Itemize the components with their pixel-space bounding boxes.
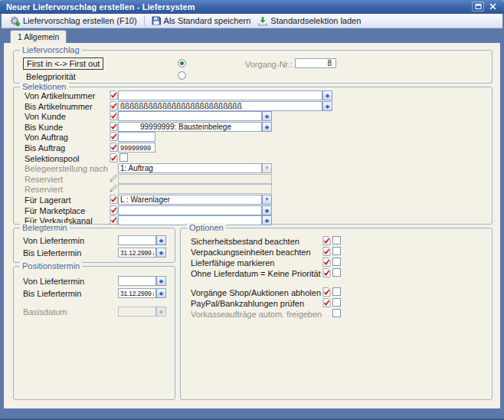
positionstermin-von-lookup-button[interactable]: ◆ [156, 276, 166, 286]
selection-check-icon[interactable] [322, 247, 331, 256]
save-floppy-icon [152, 16, 161, 25]
option-checkbox-sicherheitsbestand[interactable] [332, 236, 341, 244]
fuer-lagerart-dropdown-button[interactable]: ▼ [262, 195, 272, 205]
von-artikelnummer-label: Von Artikelnummer [25, 91, 95, 100]
von-auftrag-label: Von Auftrag [25, 133, 68, 142]
group-liefervorschlag: Liefervorschlag First in <-> First out B… [13, 50, 493, 84]
belegtermin-von-field[interactable] [118, 235, 156, 245]
dialog-window: Neuer Liefervorschlag erstellen - Liefer… [0, 0, 504, 420]
belegtermin-bis-lookup-button[interactable]: ◆ [156, 248, 166, 258]
selection-check-icon[interactable] [110, 122, 118, 131]
group-optionen: Optionen Sicherheitsbestand beachten Ver… [180, 228, 493, 400]
group-positionstermin: Positionstermin Von Liefertermin ◆ Bis L… [13, 266, 175, 400]
group-title: Optionen [187, 223, 226, 232]
form-content: Liefervorschlag First in <-> First out B… [4, 43, 500, 409]
group-title: Positionstermin [20, 261, 82, 271]
bis-liefertermin-label: Bis Liefertermin [23, 289, 81, 298]
vorgang-nr-field[interactable] [295, 58, 336, 68]
von-liefertermin-label: Von Liefertermin [23, 236, 84, 245]
radio-first-in-first-out[interactable] [178, 59, 186, 67]
von-artikelnummer-field[interactable] [118, 90, 322, 100]
selection-check-icon[interactable] [110, 143, 118, 152]
close-icon [489, 3, 496, 10]
option-label-paypal: PayPal/Bankzahlungen prüfen [191, 299, 304, 308]
create-gear-icon [10, 16, 20, 26]
option-checkbox-paypal[interactable] [332, 298, 341, 307]
toolbar-button-label: Als Standard speichern [164, 16, 251, 25]
selection-check-icon[interactable] [110, 111, 118, 120]
option-checkbox-lieferfaehige[interactable] [332, 258, 341, 266]
option-label-verpackungseinheiten: Verpackungseinheiten beachten [191, 248, 311, 257]
radio-belegprioritaet[interactable] [178, 71, 186, 80]
positionstermin-bis-lookup-button[interactable]: ◆ [156, 288, 166, 298]
bis-artikelnummer-field[interactable] [118, 101, 322, 111]
belegeerstellung-combo[interactable] [118, 163, 262, 173]
group-title: Belegtermin [20, 223, 70, 232]
bis-auftrag-label: Bis Auftrag [25, 143, 65, 153]
von-kunde-field[interactable] [118, 111, 262, 121]
selection-check-icon[interactable] [110, 132, 118, 141]
bis-liefertermin-label: Bis Liefertermin [23, 248, 81, 258]
selektionspool-label: Selektionspool [25, 154, 80, 163]
basisdatum-label: Basisdatum [23, 307, 67, 317]
close-window-button[interactable] [486, 2, 499, 11]
von-auftrag-field[interactable] [118, 132, 155, 142]
group-title: Selektionen [20, 82, 69, 91]
selection-check-icon[interactable] [110, 215, 118, 225]
option-checkbox-verpackungseinheiten[interactable] [332, 247, 341, 255]
selection-check-icon[interactable] [110, 101, 118, 110]
option-checkbox-ohne-lieferdatum[interactable] [332, 268, 341, 277]
option-label-vorgaenge-shop: Vorgänge Shop/Auktionen abholen [191, 288, 321, 297]
bis-kunde-field[interactable] [118, 122, 262, 132]
option-checkbox-vorkasseauftraege [332, 309, 341, 317]
selection-check-icon[interactable] [110, 205, 118, 215]
create-delivery-proposal-button[interactable]: Liefervorschlag erstellen (F10) [6, 15, 141, 27]
restore-icon [475, 3, 482, 10]
bis-artikelnummer-lookup-button[interactable]: ◆ [322, 101, 332, 111]
von-kunde-lookup-button[interactable]: ◆ [262, 111, 272, 121]
von-artikelnummer-lookup-button[interactable]: ◆ [322, 90, 332, 100]
restore-window-button[interactable] [472, 2, 484, 11]
toolbar: Liefervorschlag erstellen (F10) Als Stan… [2, 14, 502, 28]
fuer-marketplace-field[interactable] [118, 205, 262, 215]
tab-allgemein[interactable]: 1 Allgemein [10, 30, 67, 43]
positionstermin-von-field[interactable] [118, 276, 156, 286]
reserviert-label: Reserviert [25, 175, 63, 184]
selection-check-icon[interactable] [322, 287, 331, 297]
belegeerstellung-dropdown-button[interactable]: ▼ [262, 163, 272, 173]
load-default-selection-button[interactable]: Standardselektion laden [254, 15, 365, 27]
reserviert-field-2 [118, 184, 272, 194]
positionstermin-bis-field[interactable] [118, 288, 156, 298]
belegtermin-bis-field[interactable] [118, 248, 156, 258]
fuer-verkaufskanal-lookup-button[interactable]: ◆ [262, 215, 272, 225]
pencil-icon [110, 174, 118, 182]
radio-label-belegprioritaet[interactable]: Belegpriorität [26, 72, 76, 81]
basisdatum-lookup-button: ◆ [156, 307, 166, 317]
save-as-default-button[interactable]: Als Standard speichern [148, 15, 255, 26]
option-checkbox-vorgaenge-shop[interactable] [332, 287, 341, 296]
radio-label-first-in-first-out[interactable]: First in <-> First out [23, 57, 103, 70]
title-bar: Neuer Liefervorschlag erstellen - Liefer… [0, 0, 504, 14]
fuer-marketplace-lookup-button[interactable]: ◆ [262, 205, 272, 215]
vorgang-nr-label: Vorgang-Nr.: [245, 60, 293, 69]
belegtermin-von-lookup-button[interactable]: ◆ [156, 235, 166, 245]
bis-auftrag-field[interactable] [118, 143, 155, 153]
selection-check-icon[interactable] [110, 195, 118, 204]
window-title: Neuer Liefervorschlag erstellen - Liefer… [0, 2, 195, 11]
bis-kunde-label: Bis Kunde [25, 123, 63, 132]
bis-kunde-lookup-button[interactable]: ◆ [262, 122, 272, 132]
group-title: Liefervorschlag [20, 45, 82, 54]
selection-check-icon[interactable] [322, 258, 331, 267]
pencil-icon [110, 184, 118, 192]
fuer-lagerart-label: Für Lagerart [25, 195, 71, 205]
selection-check-icon[interactable] [322, 236, 331, 245]
belegeerstellung-label: Belegeerstellung nach [25, 164, 108, 173]
fuer-lagerart-combo[interactable] [118, 195, 262, 205]
tab-strip: 1 Allgemein [0, 28, 504, 43]
selection-check-icon[interactable] [110, 90, 118, 100]
selektionspool-checkbox[interactable] [119, 153, 128, 162]
selection-check-icon[interactable] [322, 268, 331, 277]
selection-check-icon[interactable] [110, 153, 118, 162]
selection-check-icon[interactable] [322, 298, 331, 307]
toolbar-button-label: Liefervorschlag erstellen (F10) [23, 16, 137, 25]
